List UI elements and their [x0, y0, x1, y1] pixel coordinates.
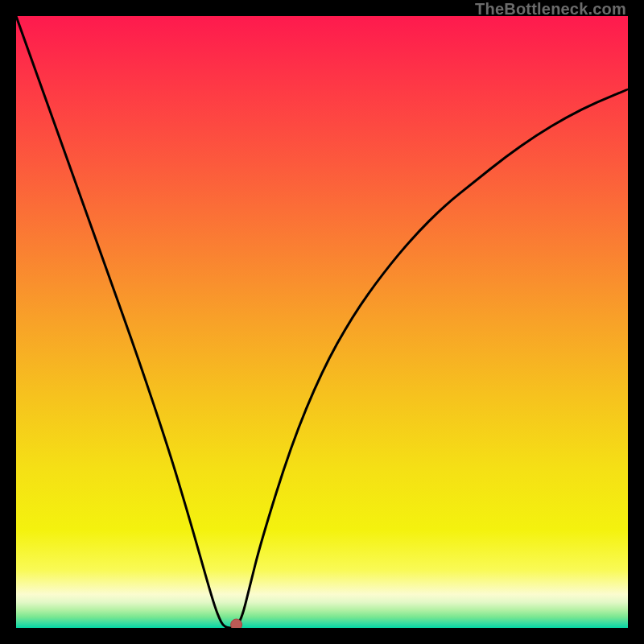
chart-frame: TheBottleneck.com [0, 0, 644, 644]
gradient-background [16, 16, 628, 628]
svg-rect-0 [16, 16, 628, 628]
plot-area [16, 16, 628, 628]
watermark-text: TheBottleneck.com [475, 0, 626, 19]
